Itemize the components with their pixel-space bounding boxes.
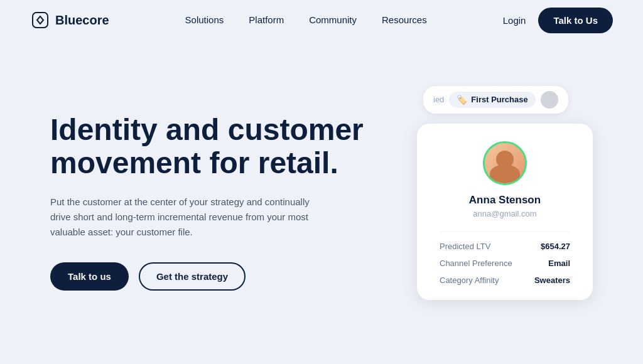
logo-text: Bluecore bbox=[55, 13, 109, 28]
category-affinity-value: Sweaters bbox=[534, 276, 570, 285]
tag-dot bbox=[541, 91, 558, 109]
channel-preference-label: Channel Preference bbox=[440, 259, 512, 268]
tag-label-text: First Purchase bbox=[471, 95, 527, 104]
customer-name: Anna Stenson bbox=[440, 194, 570, 206]
navbar: Bluecore Solutions Platform Community Re… bbox=[0, 0, 643, 40]
first-purchase-tag: 🏷️ First Purchase bbox=[449, 92, 535, 108]
predicted-ltv-value: $654.27 bbox=[541, 242, 570, 251]
nav-resources[interactable]: Resources bbox=[382, 14, 427, 25]
nav-right: Login Talk to Us bbox=[503, 8, 613, 33]
nav-links: Solutions Platform Community Resources bbox=[185, 14, 427, 26]
predicted-ltv-row: Predicted LTV $654.27 bbox=[440, 242, 570, 251]
hero-title: Identity and customer movement for retai… bbox=[50, 114, 377, 180]
logo-icon bbox=[30, 10, 50, 30]
tag-label-icon: 🏷️ bbox=[457, 95, 467, 105]
logo[interactable]: Bluecore bbox=[30, 10, 109, 30]
card-divider bbox=[440, 231, 570, 232]
talk-to-us-button[interactable]: Talk to Us bbox=[538, 8, 613, 33]
nav-community[interactable]: Community bbox=[309, 14, 357, 25]
nav-solutions[interactable]: Solutions bbox=[185, 14, 224, 25]
predicted-ltv-label: Predicted LTV bbox=[440, 242, 490, 251]
avatar-wrap bbox=[440, 141, 570, 185]
hero-description: Put the customer at the center of your s… bbox=[50, 195, 314, 240]
tag-bar-prev-text: ied bbox=[433, 95, 444, 104]
customer-email: anna@gmail.com bbox=[440, 209, 570, 218]
hero-right: ied 🏷️ First Purchase Anna Stenson anna@… bbox=[417, 86, 593, 300]
hero-left: Identity and customer movement for retai… bbox=[50, 114, 377, 291]
customer-card: Anna Stenson anna@gmail.com Predicted LT… bbox=[417, 124, 593, 300]
tag-bar: ied 🏷️ First Purchase bbox=[423, 86, 568, 114]
avatar bbox=[483, 141, 527, 185]
get-strategy-button[interactable]: Get the strategy bbox=[139, 262, 246, 291]
category-affinity-label: Category Affinity bbox=[440, 276, 499, 285]
hero-buttons: Talk to us Get the strategy bbox=[50, 262, 377, 291]
nav-platform[interactable]: Platform bbox=[249, 14, 284, 25]
login-button[interactable]: Login bbox=[503, 15, 526, 26]
hero-section: Identity and customer movement for retai… bbox=[0, 40, 643, 364]
talk-to-us-hero-button[interactable]: Talk to us bbox=[50, 262, 129, 291]
svg-rect-0 bbox=[33, 13, 48, 28]
channel-preference-value: Email bbox=[548, 259, 570, 268]
category-affinity-row: Category Affinity Sweaters bbox=[440, 276, 570, 285]
channel-preference-row: Channel Preference Email bbox=[440, 259, 570, 268]
